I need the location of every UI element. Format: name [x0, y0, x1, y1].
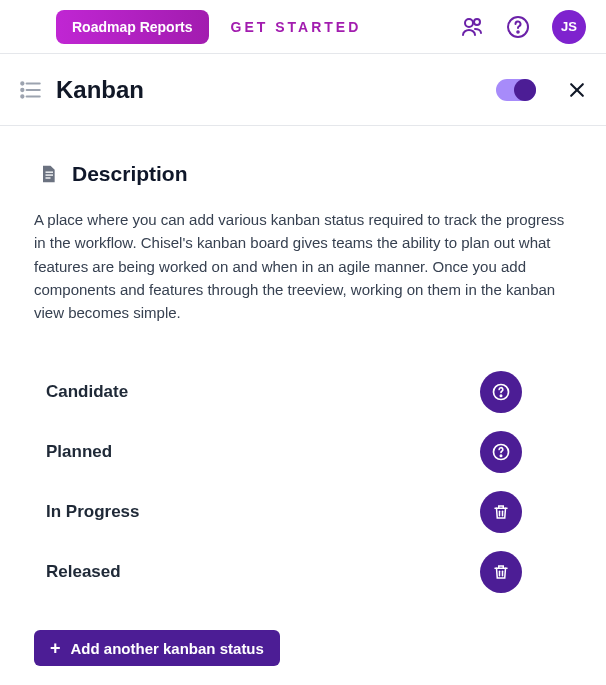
svg-rect-13	[46, 174, 54, 175]
add-button-label: Add another kanban status	[71, 640, 264, 657]
topbar: Roadmap Reports GET STARTED JS	[0, 0, 606, 54]
status-help-button[interactable]	[480, 371, 522, 413]
status-row: Released	[34, 542, 572, 602]
description-text: A place where you can add various kanban…	[34, 208, 572, 324]
svg-point-4	[21, 82, 23, 84]
svg-point-6	[21, 88, 23, 90]
subheader: Kanban	[0, 54, 606, 126]
status-label: Candidate	[46, 382, 480, 402]
status-row: In Progress	[34, 482, 572, 542]
status-label: Planned	[46, 442, 480, 462]
plus-icon: +	[50, 639, 61, 657]
svg-point-1	[474, 19, 480, 25]
roadmap-reports-button[interactable]: Roadmap Reports	[56, 10, 209, 44]
get-started-link[interactable]: GET STARTED	[231, 19, 362, 35]
status-row: Planned	[34, 422, 572, 482]
list-icon	[18, 77, 44, 103]
visibility-toggle[interactable]	[496, 79, 536, 101]
svg-rect-12	[46, 172, 54, 173]
status-row: Candidate	[34, 362, 572, 422]
status-delete-button[interactable]	[480, 491, 522, 533]
svg-point-0	[465, 19, 473, 27]
status-list: Candidate Planned In Progress Released	[34, 362, 572, 602]
svg-point-18	[500, 455, 501, 456]
add-kanban-status-button[interactable]: + Add another kanban status	[34, 630, 280, 666]
svg-point-8	[21, 95, 23, 97]
status-help-button[interactable]	[480, 431, 522, 473]
document-icon	[38, 163, 58, 185]
svg-rect-14	[46, 177, 51, 178]
people-icon[interactable]	[460, 15, 484, 39]
close-icon[interactable]	[566, 79, 588, 101]
content: Description A place where you can add va…	[0, 126, 606, 685]
section-title: Description	[72, 162, 188, 186]
svg-point-3	[517, 31, 519, 33]
status-label: Released	[46, 562, 480, 582]
status-delete-button[interactable]	[480, 551, 522, 593]
help-icon[interactable]	[506, 15, 530, 39]
avatar[interactable]: JS	[552, 10, 586, 44]
status-label: In Progress	[46, 502, 480, 522]
svg-point-16	[500, 395, 501, 396]
section-header: Description	[38, 162, 572, 186]
page-title: Kanban	[56, 76, 144, 104]
